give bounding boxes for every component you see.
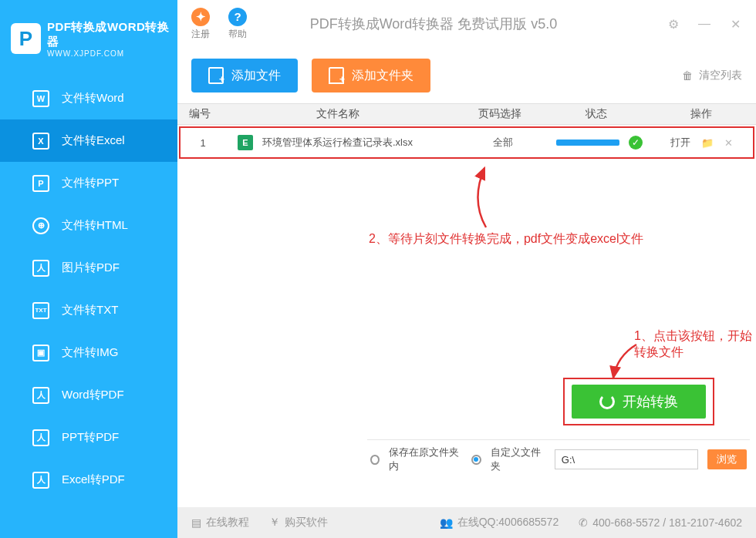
annotation-step1: 1、点击该按钮，开始转换文件: [634, 328, 756, 361]
people-icon: 👥: [440, 516, 453, 529]
browse-button[interactable]: 浏览: [707, 449, 747, 469]
clear-label: 清空列表: [699, 69, 742, 82]
tutorial-label: 在线教程: [206, 516, 249, 530]
ppt-icon: P: [32, 175, 49, 192]
spinner-icon: [599, 394, 615, 409]
start-convert-button[interactable]: 开始转换: [572, 385, 706, 419]
user-icon: ✦: [191, 8, 210, 26]
nav-word-to-pdf[interactable]: 人Word转PDF: [0, 374, 177, 416]
radio-custom-folder[interactable]: [471, 455, 481, 465]
nav-label: 文件转HTML: [62, 218, 128, 233]
nav-label: 图片转PDF: [62, 261, 120, 275]
trash-icon: 🗑: [682, 69, 693, 82]
page-select[interactable]: 全部: [457, 136, 549, 150]
start-highlight: 开始转换: [563, 378, 714, 425]
progress-bar: [556, 140, 619, 146]
table-header: 编号 文件名称 页码选择 状态 操作: [177, 103, 756, 125]
toolbar: 添加文件 添加文件夹 🗑 清空列表: [177, 48, 756, 103]
sidebar: P PDF转换成WORD转换器 WWW.XJPDF.COM W文件转Word X…: [0, 0, 177, 538]
table-row[interactable]: 1 E 环境管理体系运行检查记录表.xlsx 全部 ✓ 打开 📁 ✕: [179, 126, 754, 159]
help-button[interactable]: ? 帮助: [228, 8, 247, 41]
status-cell: ✓: [549, 136, 650, 150]
pdf-icon: 人: [32, 429, 49, 446]
nav-label: 文件转Excel: [62, 133, 125, 148]
nav-label: 文件转TXT: [62, 303, 118, 318]
nav: W文件转Word X文件转Excel P文件转PPT ⊕文件转HTML 人图片转…: [0, 77, 177, 501]
pdf-icon: 人: [32, 472, 49, 489]
tutorial-link[interactable]: ▤在线教程: [191, 516, 249, 530]
globe-icon: ⊕: [32, 217, 49, 234]
path-input[interactable]: [555, 449, 698, 469]
help-label: 帮助: [228, 28, 247, 41]
folder-icon: [329, 67, 344, 84]
qq-info: 👥在线QQ:4006685572: [440, 516, 559, 530]
logo: P PDF转换成WORD转换器 WWW.XJPDF.COM: [0, 0, 177, 77]
qq-label: 在线QQ:4006685572: [457, 516, 559, 530]
minimize-icon[interactable]: —: [697, 17, 711, 31]
nav-image-to-pdf[interactable]: 人图片转PDF: [0, 247, 177, 289]
phone-info: ✆400-668-5572 / 181-2107-4602: [579, 516, 742, 529]
nav-label: Excel转PDF: [62, 472, 125, 487]
phone-icon: ✆: [579, 516, 588, 529]
col-name-header: 文件名称: [222, 107, 454, 121]
file-name: 环境管理体系运行检查记录表.xlsx: [262, 136, 413, 150]
phone-label: 400-668-5572 / 181-2107-4602: [592, 516, 742, 529]
buy-link[interactable]: ￥购买软件: [269, 516, 328, 530]
nav-label: 文件转IMG: [62, 345, 118, 360]
titlebar: ✦ 注册 ? 帮助 PDF转换成Word转换器 免费试用版 v5.0 ⚙ — ✕: [177, 0, 756, 48]
book-icon: ▤: [191, 516, 201, 529]
footer: ▤在线教程 ￥购买软件 👥在线QQ:4006685572 ✆400-668-55…: [177, 507, 756, 538]
main: ✦ 注册 ? 帮助 PDF转换成Word转换器 免费试用版 v5.0 ⚙ — ✕…: [177, 0, 756, 538]
app-subtitle: WWW.XJPDF.COM: [47, 49, 177, 58]
window-title: PDF转换成Word转换器 免费试用版 v5.0: [247, 15, 620, 33]
nav-label: PPT转PDF: [62, 430, 119, 445]
img-icon: ▣: [32, 345, 49, 361]
close-icon[interactable]: ✕: [728, 17, 742, 31]
remove-icon[interactable]: ✕: [724, 137, 733, 149]
nav-file-to-ppt[interactable]: P文件转PPT: [0, 162, 177, 204]
nav-file-to-txt[interactable]: TXT文件转TXT: [0, 289, 177, 331]
clear-list-button[interactable]: 🗑 清空列表: [682, 69, 742, 82]
start-label: 开始转换: [623, 392, 678, 411]
radio-same-folder[interactable]: [370, 455, 380, 465]
yen-icon: ￥: [269, 516, 280, 530]
word-icon: W: [32, 90, 49, 107]
add-folder-button[interactable]: 添加文件夹: [312, 59, 430, 92]
nav-excel-to-pdf[interactable]: 人Excel转PDF: [0, 459, 177, 501]
divider: [367, 439, 750, 440]
nav-file-to-html[interactable]: ⊕文件转HTML: [0, 204, 177, 247]
open-link[interactable]: 打开: [670, 136, 690, 150]
pdf-icon: 人: [32, 260, 49, 277]
excel-icon: X: [32, 133, 49, 150]
buy-label: 购买软件: [285, 516, 328, 530]
arrow-icon: [463, 162, 509, 231]
col-status-header: 状态: [546, 107, 646, 121]
logo-icon: P: [11, 23, 41, 54]
register-button[interactable]: ✦ 注册: [191, 8, 210, 41]
add-folder-label: 添加文件夹: [352, 68, 413, 84]
file-icon: [208, 67, 224, 84]
col-num-header: 编号: [177, 107, 222, 121]
app-title: PDF转换成WORD转换器: [47, 20, 177, 49]
nav-file-to-img[interactable]: ▣文件转IMG: [0, 331, 177, 374]
excel-file-icon: E: [238, 135, 253, 150]
annotation-step2: 2、等待片刻文件转换完成，pdf文件变成excel文件: [369, 231, 644, 247]
nav-ppt-to-pdf[interactable]: 人PPT转PDF: [0, 416, 177, 459]
add-file-button[interactable]: 添加文件: [191, 59, 298, 92]
add-file-label: 添加文件: [231, 68, 281, 84]
same-folder-label: 保存在原文件夹内: [389, 446, 462, 473]
custom-folder-label: 自定义文件夹: [491, 446, 545, 473]
nav-file-to-word[interactable]: W文件转Word: [0, 77, 177, 119]
help-icon: ?: [228, 8, 247, 26]
nav-label: 文件转PPT: [62, 176, 119, 190]
register-label: 注册: [191, 28, 210, 41]
check-icon: ✓: [629, 136, 643, 150]
nav-label: 文件转Word: [62, 91, 124, 106]
nav-file-to-excel[interactable]: X文件转Excel: [0, 119, 177, 162]
folder-open-icon[interactable]: 📁: [701, 137, 714, 149]
col-action-header: 操作: [646, 107, 756, 121]
pdf-icon: 人: [32, 387, 49, 404]
settings-icon[interactable]: ⚙: [667, 17, 680, 31]
nav-label: Word转PDF: [62, 388, 124, 402]
txt-icon: TXT: [32, 302, 49, 319]
